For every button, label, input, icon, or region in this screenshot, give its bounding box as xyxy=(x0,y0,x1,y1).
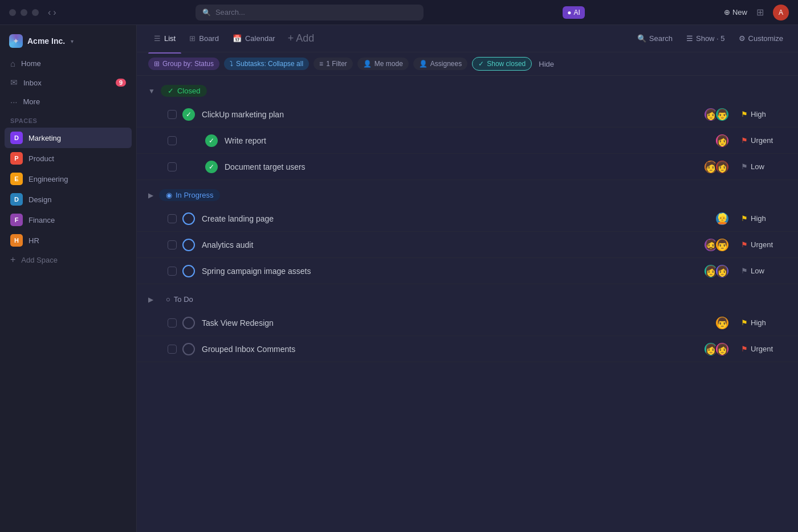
view-actions: 🔍 Search ☰ Show · 5 ⚙ Customize xyxy=(634,32,787,45)
task-status-circle[interactable] xyxy=(182,265,195,277)
add-space-label: Add Space xyxy=(21,256,58,264)
task-name: Analytics audit xyxy=(202,240,703,249)
group-by-filter[interactable]: ⊞ Group by: Status xyxy=(148,58,219,70)
table-row[interactable]: ⋮⋮ Analytics audit ⚑ Urgent xyxy=(137,232,798,258)
task-checkbox[interactable] xyxy=(168,267,177,276)
brand[interactable]: ✦ Acme Inc. ▾ xyxy=(0,32,136,55)
me-mode-icon: 👤 xyxy=(363,60,372,68)
new-icon: ⊕ xyxy=(724,8,730,17)
design-label: Design xyxy=(28,195,51,204)
table-row[interactable]: ⋮⋮ Create landing page ⚑ High xyxy=(137,206,798,232)
table-row[interactable]: ⋮⋮ Spring campaign image assets ⚑ Low xyxy=(137,258,798,284)
window-maximize[interactable] xyxy=(32,9,39,16)
task-status-done[interactable]: ✓ xyxy=(182,108,195,121)
group-badge-closed[interactable]: ✓ Closed xyxy=(161,85,207,97)
sidebar-item-home-label: Home xyxy=(21,59,41,68)
user-avatar[interactable]: A xyxy=(773,5,789,21)
forward-button[interactable]: › xyxy=(53,7,56,18)
table-row[interactable]: ⋮⋮ Grouped Inbox Comments ⚑ Urgent xyxy=(137,336,798,362)
group-toggle-closed[interactable]: ▼ xyxy=(148,87,155,95)
subtasks-filter[interactable]: ⤵ Subtasks: Collapse all xyxy=(224,58,309,70)
task-status-circle-gray[interactable] xyxy=(182,317,195,329)
task-checkbox[interactable] xyxy=(168,136,177,145)
topbar-right: ⊕ New ⊞ A xyxy=(724,5,789,21)
board-tab-icon: ⊞ xyxy=(189,34,196,43)
avatar xyxy=(715,264,730,279)
group-toggle-in-progress[interactable]: ▶ xyxy=(148,191,153,199)
assignees-button[interactable]: 👤 Assignees xyxy=(413,58,467,70)
group-badge-todo[interactable]: ○ To Do xyxy=(159,293,200,305)
back-button[interactable]: ‹ xyxy=(48,7,51,18)
table-row[interactable]: ⋮⋮ ✓ Write report ⚑ Urgent xyxy=(137,128,798,154)
task-name: Task View Redesign xyxy=(202,318,715,328)
filter-button[interactable]: ≡ 1 Filter xyxy=(314,58,353,70)
marketing-dot: D xyxy=(10,132,23,144)
priority-badge: ⚑ High xyxy=(741,318,787,327)
group-toggle-todo[interactable]: ▶ xyxy=(148,296,153,304)
add-space-button[interactable]: + Add Space xyxy=(5,251,132,269)
sidebar-item-finance[interactable]: F Finance xyxy=(5,210,132,230)
add-tab-button[interactable]: + Add xyxy=(283,30,319,47)
task-assignees xyxy=(715,133,730,148)
customize-action[interactable]: ⚙ Customize xyxy=(735,32,787,45)
task-status-circle[interactable] xyxy=(182,212,195,225)
add-space-icon: + xyxy=(10,255,15,265)
avatar xyxy=(715,107,730,122)
task-checkbox[interactable] xyxy=(168,318,177,328)
window-controls xyxy=(9,9,39,16)
tab-list[interactable]: ☰ List xyxy=(148,31,181,46)
priority-badge: ⚑ High xyxy=(741,110,787,118)
task-checkbox[interactable] xyxy=(168,214,177,223)
sidebar-item-more[interactable]: ··· More xyxy=(5,93,132,111)
sidebar-item-inbox[interactable]: ✉ Inbox 9 xyxy=(5,73,132,92)
sidebar-item-engineering[interactable]: E Engineering xyxy=(5,169,132,189)
hide-button[interactable]: Hide xyxy=(539,60,554,68)
group-badge-in-progress[interactable]: ◉ In Progress xyxy=(159,189,220,201)
sidebar-item-product[interactable]: P Product xyxy=(5,148,132,169)
main-layout: ✦ Acme Inc. ▾ ⌂ Home ✉ Inbox 9 ··· More … xyxy=(0,25,798,532)
home-icon: ⌂ xyxy=(10,59,15,68)
subtask-status-done[interactable]: ✓ xyxy=(205,161,218,173)
ai-button[interactable]: ● AI xyxy=(563,6,585,19)
ai-icon: ● xyxy=(567,9,571,17)
show-closed-button[interactable]: ✓ Show closed xyxy=(472,57,532,71)
task-status-circle-gray[interactable] xyxy=(182,343,195,355)
me-mode-button[interactable]: 👤 Me mode xyxy=(357,58,409,70)
closed-label: Closed xyxy=(177,87,200,95)
task-name: Spring campaign image assets xyxy=(202,267,703,276)
table-row[interactable]: ⋮⋮ ✓ ClickUp marketing plan ⚑ High xyxy=(137,101,798,128)
group-header-in-progress: ▶ ◉ In Progress xyxy=(137,180,798,206)
task-checkbox[interactable] xyxy=(168,345,177,354)
window-close[interactable] xyxy=(9,9,16,16)
sidebar: ✦ Acme Inc. ▾ ⌂ Home ✉ Inbox 9 ··· More … xyxy=(0,25,137,532)
new-label: New xyxy=(732,8,747,17)
product-label: Product xyxy=(28,154,54,163)
show-action-icon: ☰ xyxy=(686,34,693,43)
task-checkbox[interactable] xyxy=(168,110,177,119)
sidebar-item-design[interactable]: D Design xyxy=(5,189,132,210)
search-bar[interactable]: 🔍 Search... xyxy=(196,5,424,21)
content: ☰ List ⊞ Board 📅 Calendar + Add 🔍 Search… xyxy=(137,25,798,532)
search-input[interactable]: Search... xyxy=(215,8,417,17)
task-status-circle[interactable] xyxy=(182,239,195,251)
show-action[interactable]: ☰ Show · 5 xyxy=(683,32,728,45)
search-action[interactable]: 🔍 Search xyxy=(634,32,676,45)
priority-label: Urgent xyxy=(751,345,773,353)
task-assignees xyxy=(715,211,730,226)
subtask-name: Document target users xyxy=(225,162,703,171)
task-checkbox[interactable] xyxy=(168,162,177,171)
table-row[interactable]: ⋮⋮ ✓ Document target users ⚑ Low xyxy=(137,154,798,180)
window-minimize[interactable] xyxy=(21,9,27,16)
customize-label: Customize xyxy=(748,34,783,43)
tab-board[interactable]: ⊞ Board xyxy=(184,31,225,46)
sidebar-item-home[interactable]: ⌂ Home xyxy=(5,55,132,72)
tab-calendar[interactable]: 📅 Calendar xyxy=(227,31,281,46)
new-button[interactable]: ⊕ New xyxy=(724,8,747,17)
table-row[interactable]: ⋮⋮ Task View Redesign ⚑ High xyxy=(137,310,798,336)
task-checkbox[interactable] xyxy=(168,240,177,249)
grid-icon[interactable]: ⊞ xyxy=(756,7,764,18)
sidebar-item-marketing[interactable]: D Marketing xyxy=(5,128,132,148)
subtask-status-done[interactable]: ✓ xyxy=(205,134,218,147)
sidebar-item-hr[interactable]: H HR xyxy=(5,230,132,251)
in-progress-label: In Progress xyxy=(176,191,213,199)
